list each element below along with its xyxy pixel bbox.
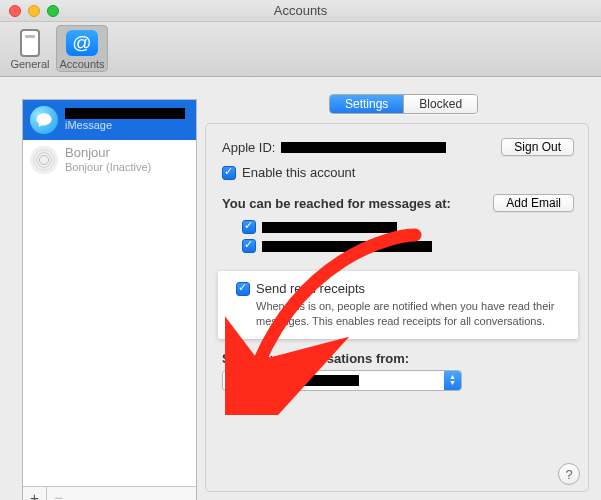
- help-icon: ?: [565, 467, 572, 482]
- account-row-bonjour[interactable]: Bonjour Bonjour (Inactive): [23, 140, 196, 180]
- content-area: iMessage Bonjour Bonjour (Inactive) + − …: [0, 77, 601, 500]
- bonjour-icon: [30, 146, 58, 174]
- tab-general[interactable]: General: [4, 25, 56, 72]
- reach-value-redacted: [262, 241, 432, 252]
- help-button[interactable]: ?: [558, 463, 580, 485]
- tab-accounts[interactable]: @ Accounts: [56, 25, 108, 72]
- reach-list: [222, 220, 574, 253]
- segment-blocked[interactable]: Blocked: [403, 95, 477, 113]
- at-sign-icon: @: [66, 28, 98, 58]
- apple-id-label: Apple ID:: [222, 140, 275, 155]
- account-subtitle: iMessage: [65, 119, 185, 132]
- enable-account-label: Enable this account: [242, 165, 355, 180]
- account-row-imessage[interactable]: iMessage: [23, 100, 196, 140]
- imessage-icon: [30, 106, 58, 134]
- add-account-button[interactable]: +: [23, 487, 47, 500]
- start-from-section: Start new conversations from: ▲▼: [222, 351, 574, 391]
- settings-group: Apple ID: Sign Out Enable this account Y…: [205, 123, 589, 492]
- preferences-toolbar: General @ Accounts: [0, 22, 601, 77]
- svg-point-0: [39, 155, 48, 164]
- enable-account-checkbox[interactable]: [222, 166, 236, 180]
- read-receipts-description: When this is on, people are notified whe…: [256, 299, 566, 329]
- sign-out-button[interactable]: Sign Out: [501, 138, 574, 156]
- account-detail-panel: Settings Blocked Apple ID: Sign Out Enab…: [205, 99, 589, 492]
- read-receipts-label: Send read receipts: [256, 281, 365, 296]
- tab-accounts-label: Accounts: [59, 58, 104, 70]
- read-receipts-checkbox[interactable]: [236, 282, 250, 296]
- reach-value-redacted: [262, 222, 397, 233]
- reach-checkbox[interactable]: [242, 220, 256, 234]
- accounts-sidebar: iMessage Bonjour Bonjour (Inactive) + −: [22, 99, 197, 500]
- reach-item: [242, 220, 574, 234]
- account-title-redacted: [65, 108, 185, 119]
- enable-account-row: Enable this account: [222, 165, 574, 180]
- start-from-value-redacted: [229, 375, 359, 386]
- apple-id-row: Apple ID: Sign Out: [222, 138, 574, 156]
- svg-point-1: [37, 153, 52, 168]
- reach-item: [242, 239, 574, 253]
- read-receipts-section: Send read receipts When this is on, peop…: [218, 271, 578, 339]
- start-from-label: Start new conversations from:: [222, 351, 574, 366]
- stepper-arrows-icon: ▲▼: [444, 371, 461, 390]
- apple-id-value-redacted: [281, 142, 446, 153]
- account-title: Bonjour: [65, 146, 151, 161]
- reach-heading: You can be reached for messages at:: [222, 196, 451, 211]
- general-icon: [14, 28, 46, 58]
- add-email-button[interactable]: Add Email: [493, 194, 574, 212]
- account-subtitle: Bonjour (Inactive): [65, 161, 151, 174]
- reach-checkbox[interactable]: [242, 239, 256, 253]
- tab-general-label: General: [10, 58, 49, 70]
- window-title: Accounts: [0, 3, 601, 18]
- start-from-select[interactable]: ▲▼: [222, 370, 462, 391]
- accounts-list: iMessage Bonjour Bonjour (Inactive): [23, 100, 196, 486]
- reach-heading-row: You can be reached for messages at: Add …: [222, 194, 574, 212]
- segmented-control: Settings Blocked: [329, 94, 478, 114]
- segment-settings[interactable]: Settings: [330, 95, 403, 113]
- remove-account-button[interactable]: −: [47, 487, 71, 500]
- window-titlebar: Accounts: [0, 0, 601, 22]
- sidebar-footer: + −: [23, 486, 196, 500]
